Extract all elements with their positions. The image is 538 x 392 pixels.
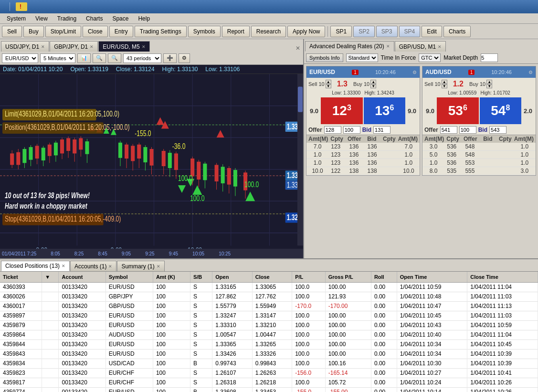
svg-rect-62: [143, 147, 147, 162]
audusd-sell-button[interactable]: 536: [437, 97, 479, 124]
close-summary-tab[interactable]: ✕: [157, 264, 160, 269]
close-closed-positions-tab[interactable]: ✕: [62, 264, 65, 268]
chart-tab-usdjpy[interactable]: USD/JPY, D1 ✕: [1, 41, 49, 52]
chart-area[interactable]: 8:00 9:00 10:00: [0, 74, 303, 258]
col-amt[interactable]: Amt (K): [153, 272, 190, 282]
table-row[interactable]: 435986400133420AUD/USD100S1.005471.00447…: [0, 330, 538, 339]
close-button[interactable]: Close: [83, 26, 108, 37]
table-row[interactable]: 435981700133420EUR/CHF100S1.263181.26218…: [0, 378, 538, 387]
rates-tab-gbpusd[interactable]: GBP/USD, M1 ✕: [395, 41, 446, 52]
menu-view[interactable]: View: [31, 14, 53, 23]
svg-rect-26: [29, 147, 32, 160]
rates-tab-advanced[interactable]: Advanced Dealing Rates (20) ✕: [305, 41, 394, 52]
tab-closed-positions[interactable]: Closed Positions (13) ✕: [1, 261, 70, 271]
chart-tab-gbpjpy[interactable]: GBP/JPY, D1 ✕: [50, 41, 98, 52]
chart-tab-eurusd[interactable]: EUR/USD, M5 ✕: [98, 41, 149, 52]
stop-limit-button[interactable]: Stop/Limit: [45, 26, 81, 37]
sell-button[interactable]: Sell: [2, 26, 22, 37]
table-row[interactable]: 436039300133420EUR/USD100S1.331651.33065…: [0, 282, 538, 292]
chart-config-btn[interactable]: ⚙: [179, 53, 190, 63]
eurusd-buy-button[interactable]: 136: [364, 97, 406, 124]
menu-system[interactable]: System: [2, 14, 31, 23]
eurusd-offer-bid: Offer Bid: [306, 125, 420, 135]
col-roll[interactable]: Roll: [371, 272, 397, 282]
col-sort[interactable]: ▼: [42, 272, 59, 282]
table-row[interactable]: 435987900133420EUR/USD100S1.333101.33210…: [0, 320, 538, 330]
edit-button[interactable]: Edit: [422, 26, 442, 37]
symbol-select[interactable]: EUR/USD: [2, 53, 38, 63]
close-chart-eurusd[interactable]: ✕: [142, 44, 146, 49]
eurusd-sell-spinner[interactable]: ▲ ▼: [326, 80, 331, 88]
chart-add-btn[interactable]: ➕: [163, 53, 177, 63]
col-symbol[interactable]: Symbol: [105, 272, 153, 282]
close-chart-usdjpy[interactable]: ✕: [41, 44, 45, 49]
audusd-offer-input[interactable]: [440, 126, 457, 134]
table-row[interactable]: 435989700133420EUR/USD100S1.332471.33147…: [0, 311, 538, 320]
timeframe-select[interactable]: 5 Minutes: [40, 53, 75, 63]
col-gross-pl[interactable]: Gross P/L: [325, 272, 371, 282]
chart-zoom-out[interactable]: 🔍: [108, 53, 121, 63]
col-account[interactable]: Account: [59, 272, 105, 282]
col-close-time[interactable]: Close Time: [467, 272, 538, 282]
close-chart-gbpjpy[interactable]: ✕: [90, 44, 94, 49]
eurusd-bid-input[interactable]: [373, 126, 390, 134]
market-depth-input[interactable]: [481, 53, 498, 62]
eurusd-offer-size[interactable]: [343, 126, 360, 134]
trading-settings-button[interactable]: Trading Settings: [135, 26, 187, 37]
table-row[interactable]: 436002600133420GBP/JPY100S127.862127.762…: [0, 292, 538, 301]
audusd-buy-button[interactable]: 548: [480, 97, 522, 124]
col-sb[interactable]: S/B: [190, 272, 212, 282]
sp1-button[interactable]: SP1: [330, 26, 352, 37]
audusd-left-num: 9.0: [424, 97, 436, 124]
close-rates-gbpusd[interactable]: ✕: [438, 44, 442, 49]
audusd-bid-input[interactable]: [489, 126, 506, 134]
eurusd-settings-icon[interactable]: ⚙: [412, 70, 417, 75]
main-content: USD/JPY, D1 ✕ GBP/JPY, D1 ✕ EUR/USD, M5 …: [0, 39, 538, 258]
audusd-buy-spinner[interactable]: ▲ ▼: [486, 80, 492, 88]
research-button[interactable]: Research: [251, 26, 286, 37]
chart-type-btn[interactable]: 📊: [77, 53, 91, 63]
tab-summary[interactable]: Summary (1) ✕: [117, 261, 164, 271]
audusd-sell-spinner[interactable]: ▲ ▼: [442, 80, 447, 88]
report-button[interactable]: Report: [222, 26, 250, 37]
charts-button[interactable]: Charts: [443, 26, 471, 37]
col-open-time[interactable]: Open Time: [397, 272, 467, 282]
audusd-offer-size[interactable]: [459, 126, 476, 134]
sp2-button[interactable]: SP2: [353, 26, 375, 37]
sp3-button[interactable]: SP3: [376, 26, 398, 37]
menu-charts[interactable]: Charts: [81, 14, 107, 23]
chart-zoom-in[interactable]: 🔍: [93, 53, 106, 63]
eurusd-buy-spinner[interactable]: ▲ ▼: [370, 80, 376, 88]
table-row[interactable]: 435984300133420EUR/USD100S1.334261.33326…: [0, 349, 538, 359]
symbols-info-button[interactable]: Symbols Info: [306, 53, 343, 62]
table-row[interactable]: 435982300133420EUR/CHF100S1.261071.26263…: [0, 368, 538, 378]
periods-select[interactable]: 43 periods: [123, 53, 161, 63]
audusd-settings-icon[interactable]: ⚙: [528, 70, 533, 75]
table-row[interactable]: 436001700133420GBP/USD100S1.557791.55949…: [0, 301, 538, 311]
menu-space[interactable]: Space: [107, 14, 133, 23]
table-row[interactable]: 435977400133420EUR/USD100B1.336081.33453…: [0, 387, 538, 392]
tab-accounts[interactable]: Accounts (1) ✕: [70, 261, 116, 271]
close-accounts-tab[interactable]: ✕: [108, 264, 112, 269]
col-pl[interactable]: P/L: [292, 272, 326, 282]
chart-close-all[interactable]: ✕: [295, 45, 302, 52]
buy-button[interactable]: Buy: [23, 26, 44, 37]
menu-help[interactable]: Help: [133, 14, 155, 23]
table-row[interactable]: 435983400133420USD/CAD100B0.997430.99843…: [0, 359, 538, 368]
col-close[interactable]: Close: [252, 272, 292, 282]
eurusd-offer-input[interactable]: [324, 126, 341, 134]
standard-select[interactable]: Standard: [346, 53, 378, 62]
sp4-button[interactable]: SP4: [399, 26, 421, 37]
apply-now-button[interactable]: Apply Now: [287, 26, 325, 37]
audusd-pair-label: AUD/USD: [425, 69, 452, 75]
symbols-button[interactable]: Symbols: [188, 26, 221, 37]
table-row[interactable]: 435984400133420EUR/USD100S1.333651.33265…: [0, 339, 538, 349]
eurusd-depth-row: 7.01231361367.0: [306, 143, 420, 151]
eurusd-sell-button[interactable]: 123: [321, 97, 363, 124]
close-rates-advanced[interactable]: ✕: [386, 44, 390, 49]
gtc-select[interactable]: GTC: [419, 53, 441, 62]
menu-trading[interactable]: Trading: [53, 14, 81, 23]
entry-button[interactable]: Entry: [109, 26, 133, 37]
col-open[interactable]: Open: [212, 272, 252, 282]
col-ticket[interactable]: Ticket: [0, 272, 42, 282]
